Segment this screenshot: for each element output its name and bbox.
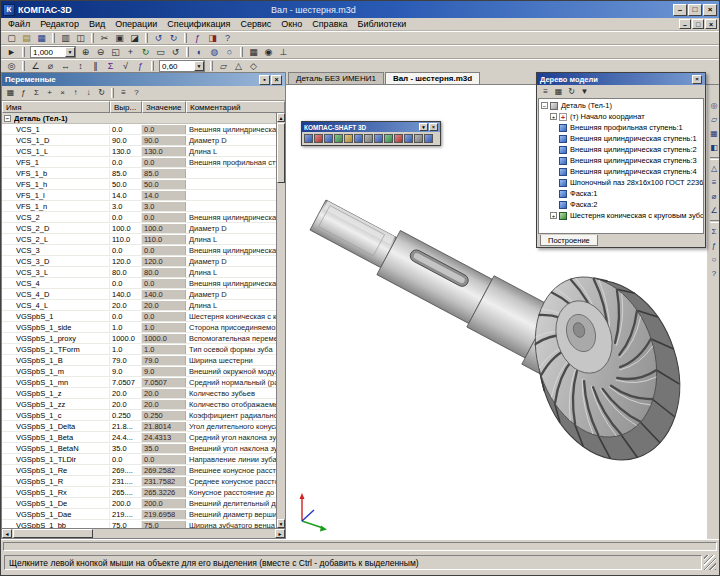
variable-row[interactable]: VCS_1_D90.090.0Диаметр D	[2, 135, 276, 146]
title-bar[interactable]: К КОМПАС-3D Вал - шестерня.m3d – □ ×	[1, 1, 719, 18]
tree-item[interactable]: ++(т) Начало координат	[539, 111, 703, 122]
variable-row[interactable]: VGSpbS_1_Re269....269.2582Внешнее конусн…	[2, 465, 276, 476]
help-tool-icon[interactable]: ?	[708, 267, 720, 280]
refresh-values-icon[interactable]: ↻	[95, 88, 108, 99]
variable-row[interactable]: VGSpbS_1_Delta21.8...21.8014Угол делител…	[2, 421, 276, 432]
variable-expression[interactable]: 20.0	[110, 389, 142, 398]
measure-tool-icon[interactable]: ⌀	[708, 190, 720, 203]
menu-item-окно[interactable]: Окно	[276, 18, 307, 31]
variable-row[interactable]: VGSpbS_1_m9.09.0Внешний окружной модуль	[2, 366, 276, 377]
sketch-icon[interactable]: ▱	[708, 113, 720, 126]
variable-expression[interactable]: 35.0	[110, 444, 142, 453]
doc-minimize-button[interactable]: –	[679, 19, 691, 29]
variable-row[interactable]: VGSpbS_1_TLDir0.00.0Направление линии зу…	[2, 454, 276, 465]
variable-expression[interactable]: 1.0	[110, 323, 142, 332]
copy-icon[interactable]: ▣	[112, 32, 127, 44]
variable-expression[interactable]: 9.0	[110, 367, 142, 376]
variable-expression[interactable]: 90.0	[110, 136, 142, 145]
column-header-comment[interactable]: Комментарий	[186, 101, 285, 113]
select-pointer-icon[interactable]: ►	[4, 46, 19, 58]
menu-item-редактор[interactable]: Редактор	[35, 18, 84, 31]
cut-icon[interactable]: ✂	[97, 32, 112, 44]
variable-expression[interactable]: 231....	[110, 477, 142, 486]
zoom-window-icon[interactable]: ◱	[108, 46, 123, 58]
shaft-mechanics-icon[interactable]	[404, 134, 413, 143]
variable-row[interactable]: VGSpbS_1_side1.01.0Сторона присоединяемо…	[2, 322, 276, 333]
variable-expression[interactable]: 79.0	[110, 356, 142, 365]
zoom-in-icon[interactable]: ⊕	[78, 46, 93, 58]
shaft-gear-element-icon[interactable]	[344, 134, 353, 143]
tree-item[interactable]: −Деталь (Тел-1)	[539, 100, 703, 111]
zoom-out-icon[interactable]: ⊖	[93, 46, 108, 58]
variable-expression[interactable]: 0.0	[110, 125, 142, 134]
menu-item-сервис[interactable]: Сервис	[236, 18, 277, 31]
variables-settings-icon[interactable]: ≡	[117, 88, 130, 99]
document-tab[interactable]: Деталь БЕЗ ИМЕНИ1	[288, 72, 384, 84]
variable-expression[interactable]: 20.0	[110, 400, 142, 409]
minimize-button[interactable]: –	[673, 4, 687, 16]
maximize-button[interactable]: □	[688, 4, 702, 16]
variable-row[interactable]: VGSpbS_1_mn7.05077.0507Средний нормальны…	[2, 377, 276, 388]
library-manager-icon[interactable]: ◨	[205, 32, 220, 44]
variable-row[interactable]: VFS_1_n3.03.0	[2, 201, 276, 212]
shaft-bearing-icon[interactable]	[384, 134, 393, 143]
variable-row[interactable]: VCS_4_D140.0140.0Диаметр D	[2, 289, 276, 300]
shaft-settings-icon[interactable]	[414, 134, 423, 143]
variable-expression[interactable]: 219....	[110, 510, 142, 519]
column-header-name[interactable]: Имя	[2, 101, 110, 113]
move-up-icon[interactable]: ↑	[69, 88, 82, 99]
scroll-right-arrow[interactable]: ►	[275, 529, 285, 538]
accuracy-dropdown-arrow[interactable]: ▼	[194, 61, 204, 71]
tree-structure-icon[interactable]: ≡	[539, 86, 552, 97]
wireframe-view-icon[interactable]: ○	[222, 46, 237, 58]
add-row-icon[interactable]: +	[43, 88, 56, 99]
close-button[interactable]: ×	[703, 4, 717, 16]
halftone-view-icon[interactable]: ◍	[207, 46, 222, 58]
shaft-calculation-icon[interactable]	[394, 134, 403, 143]
variable-row[interactable]: VGSpbS_1_proxy1000.01000.0Вспомогательна…	[2, 333, 276, 344]
print-icon[interactable]: ▥	[58, 32, 73, 44]
redo-icon[interactable]: ↻	[166, 32, 181, 44]
variable-row[interactable]: VCS_4_L20.020.0Длина L	[2, 300, 276, 311]
triangle-tool-icon[interactable]: △	[231, 60, 246, 72]
variable-row[interactable]: VGSpbS_10.00.0Шестерня коническая с круг…	[2, 311, 276, 322]
refresh-icon[interactable]: ↺	[168, 46, 183, 58]
variable-expression[interactable]: 80.0	[110, 268, 142, 277]
variable-expression[interactable]: 0.0	[110, 158, 142, 167]
variables-vertical-scrollbar[interactable]: ▲ ▼	[276, 113, 285, 528]
scroll-up-arrow[interactable]: ▲	[277, 113, 285, 122]
variable-expression[interactable]: 75.0	[110, 521, 142, 529]
accuracy-combo[interactable]: 0,60▼	[159, 60, 205, 72]
new-document-icon[interactable]: ▢	[4, 32, 19, 44]
grid-icon[interactable]: ▦	[246, 46, 261, 58]
tree-detail-icon[interactable]: ▦	[552, 86, 565, 97]
variable-expression[interactable]: 140.0	[110, 290, 142, 299]
variable-expression[interactable]: 130.0	[110, 147, 142, 156]
shaft-exit-icon[interactable]	[424, 134, 433, 143]
tree-expander[interactable]: −	[541, 102, 548, 109]
tree-item[interactable]: +Шестерня коническая с круговым зубом:1	[539, 210, 703, 221]
resize-grip[interactable]	[704, 555, 716, 570]
menu-item-вид[interactable]: Вид	[84, 18, 110, 31]
variable-row[interactable]: VGSpbS_1_R231....231.7582Среднее конусно…	[2, 476, 276, 487]
variables-horizontal-scrollbar[interactable]: ◄ ►	[2, 528, 285, 538]
variable-row[interactable]: VCS_10.00.0Внешняя цилиндрическая ступен…	[2, 124, 276, 135]
variable-expression[interactable]: 24.4...	[110, 433, 142, 442]
ortho-mode-icon[interactable]: ⊥	[276, 46, 291, 58]
document-tab[interactable]: Вал - шестерня.m3d	[385, 72, 480, 84]
variables-panel-titlebar[interactable]: Переменные ▪ ×	[2, 73, 285, 86]
variable-expression[interactable]: 3.0	[110, 202, 142, 211]
variable-expression[interactable]: 85.0	[110, 169, 142, 178]
variable-expression[interactable]: 0.0	[110, 246, 142, 255]
tree-item[interactable]: Внешняя цилиндрическая ступень:1	[539, 133, 703, 144]
variable-expression[interactable]: 265....	[110, 488, 142, 497]
undo-icon[interactable]: ↺	[151, 32, 166, 44]
tree-expander[interactable]: +	[550, 113, 557, 120]
fillet-operation-icon[interactable]: △	[708, 162, 720, 175]
shaft-external-cylinder-icon[interactable]	[314, 134, 323, 143]
angle-dimension-icon[interactable]: ∠	[28, 60, 43, 72]
variable-expression[interactable]: 269....	[110, 466, 142, 475]
horizontal-dimension-icon[interactable]: ↔	[58, 60, 73, 72]
equation-icon[interactable]: Σ	[103, 60, 118, 72]
column-header-value[interactable]: Значение	[142, 101, 186, 113]
